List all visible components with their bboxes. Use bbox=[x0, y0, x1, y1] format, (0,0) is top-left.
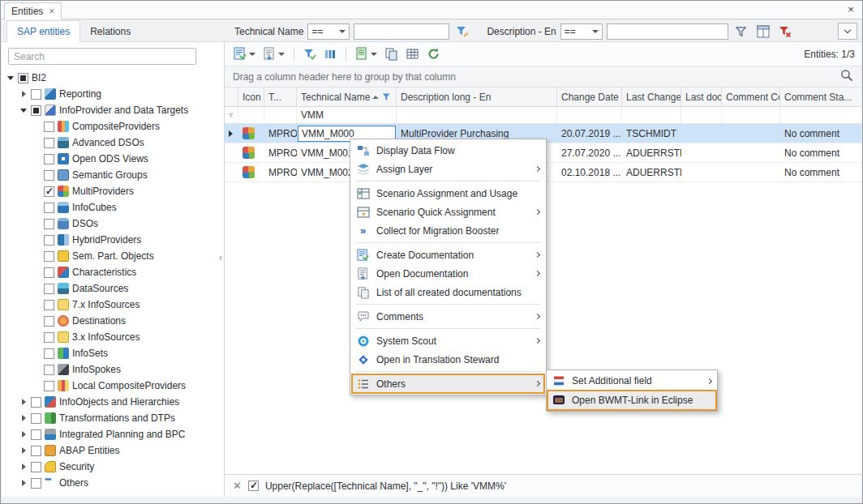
scenario-filter-button[interactable] bbox=[301, 45, 319, 63]
checkbox[interactable] bbox=[44, 122, 54, 132]
tree-item-others[interactable]: Others bbox=[2, 475, 224, 491]
checkbox[interactable] bbox=[44, 316, 54, 327]
tab-entities[interactable]: Entities × bbox=[4, 2, 62, 19]
checkbox[interactable] bbox=[31, 429, 41, 440]
checkbox[interactable] bbox=[18, 73, 28, 83]
column-chooser-button[interactable] bbox=[321, 45, 339, 63]
expand-icon[interactable] bbox=[19, 109, 28, 113]
checkbox[interactable] bbox=[31, 89, 41, 100]
filter-cell-description[interactable] bbox=[397, 107, 557, 123]
technical-name-operator-select[interactable]: == bbox=[307, 23, 350, 40]
checkbox[interactable] bbox=[31, 397, 41, 408]
column-filter-icon[interactable] bbox=[382, 92, 392, 102]
tree-item-semantic-groups[interactable]: Semantic Groups bbox=[2, 167, 224, 183]
tree-item-reporting[interactable]: Reporting bbox=[2, 86, 224, 102]
filter-cell-change-date[interactable] bbox=[557, 107, 622, 123]
checkbox[interactable] bbox=[44, 219, 54, 229]
tree-item-infoprovider[interactable]: InfoProvider and Data Targets bbox=[2, 102, 224, 118]
refresh-button[interactable] bbox=[424, 45, 443, 63]
tab-relations[interactable]: Relations bbox=[80, 20, 140, 42]
tree-item-planning[interactable]: Integrated Planning and BPC bbox=[2, 426, 224, 442]
tree-item-security[interactable]: Security bbox=[2, 459, 224, 475]
tree-item-characteristics[interactable]: Characteristics bbox=[2, 264, 224, 280]
tree-item-datasources[interactable]: DataSources bbox=[2, 280, 224, 297]
expand-icon[interactable] bbox=[19, 399, 28, 405]
menu-item-create-documentation[interactable]: Create Documentation bbox=[352, 246, 544, 264]
menu-item-scenario-quick-assignment[interactable]: Scenario Quick Assignment bbox=[352, 203, 544, 221]
tree-item-dsos[interactable]: DSOs bbox=[2, 216, 224, 232]
tree-item-infospokes[interactable]: InfoSpokes bbox=[2, 361, 224, 378]
column-header-icon[interactable]: Icon bbox=[238, 88, 264, 106]
copy-list-button[interactable] bbox=[382, 45, 401, 63]
tree-item-infocubes[interactable]: InfoCubes bbox=[2, 199, 224, 216]
close-filter-icon[interactable]: ✕ bbox=[233, 480, 242, 492]
tab-close-icon[interactable]: × bbox=[49, 6, 54, 17]
search-icon[interactable] bbox=[840, 69, 853, 84]
checkbox[interactable] bbox=[44, 138, 54, 148]
column-header-last-change[interactable]: Last Change... bbox=[622, 88, 681, 106]
technical-name-filter-input[interactable] bbox=[354, 23, 449, 40]
tree-item-multiproviders[interactable]: MultiProviders bbox=[2, 183, 224, 199]
checkbox[interactable] bbox=[31, 478, 41, 489]
expand-icon[interactable] bbox=[19, 447, 28, 454]
submenu-item-set-additional-field[interactable]: Set Additional field bbox=[547, 371, 716, 391]
filter-options-button[interactable] bbox=[838, 23, 857, 40]
column-header-technical-name[interactable]: Technical Name bbox=[297, 88, 397, 106]
checkbox[interactable] bbox=[44, 300, 54, 310]
tree-item-hybridproviders[interactable]: HybridProviders bbox=[2, 232, 224, 248]
tree-item-abap-entities[interactable]: ABAP Entities bbox=[2, 442, 224, 459]
tree-item-3x-infosources[interactable]: 3.x InfoSources bbox=[2, 329, 224, 345]
filter-edit-button[interactable] bbox=[453, 23, 471, 41]
apply-filter-button[interactable] bbox=[732, 23, 750, 41]
export-button[interactable] bbox=[353, 45, 380, 63]
tree-item-infoobjects[interactable]: InfoObjects and Hierarchies bbox=[2, 394, 224, 410]
menu-item-others[interactable]: Others bbox=[352, 374, 544, 393]
menu-item-system-scout[interactable]: System Scout bbox=[352, 331, 544, 350]
submenu-item-open-bwmt-link[interactable]: Open BWMT-Link in Eclipse bbox=[547, 391, 716, 410]
menu-item-open-documentation[interactable]: Open Documentation bbox=[352, 264, 544, 283]
column-header-comment-count[interactable]: Comment Co... bbox=[722, 88, 780, 106]
layout-chooser-button[interactable] bbox=[754, 23, 772, 41]
menu-item-scenario-assignment[interactable]: Scenario Assignment and Usage bbox=[352, 184, 544, 203]
filter-cell-last-doc[interactable] bbox=[681, 107, 722, 123]
filter-cell-type[interactable] bbox=[264, 107, 297, 123]
menu-item-assign-layer[interactable]: Assign Layer bbox=[352, 160, 544, 178]
checkbox[interactable] bbox=[44, 284, 54, 294]
column-header-change-date[interactable]: Change Date bbox=[557, 88, 622, 106]
column-header-last-doc[interactable]: Last doc. bbox=[681, 88, 722, 106]
filter-cell-technical-name[interactable]: VMM bbox=[297, 107, 397, 123]
filter-cell-comment-status[interactable] bbox=[780, 107, 861, 123]
checkbox[interactable] bbox=[44, 332, 54, 343]
expand-icon[interactable] bbox=[6, 76, 15, 80]
column-header-comment-status[interactable]: Comment Sta... bbox=[780, 88, 861, 106]
tree-item-7x-infosources[interactable]: 7.x InfoSources bbox=[2, 297, 224, 313]
tree-item-sem-part-objects[interactable]: Sem. Part. Objects bbox=[2, 248, 224, 264]
checkbox[interactable] bbox=[44, 170, 54, 181]
grid-view-button[interactable] bbox=[403, 45, 422, 63]
filter-cell-icon[interactable] bbox=[238, 107, 264, 123]
expand-icon[interactable] bbox=[19, 463, 28, 470]
description-operator-select[interactable]: == bbox=[560, 23, 603, 40]
checkbox[interactable] bbox=[44, 381, 54, 391]
expand-icon[interactable] bbox=[19, 415, 28, 421]
tree-item-bi2[interactable]: BI2 bbox=[2, 70, 224, 86]
tree-item-local-compositeproviders[interactable]: Local CompositeProviders bbox=[2, 378, 224, 394]
menu-item-display-data-flow[interactable]: Display Data Flow bbox=[352, 141, 544, 160]
expand-icon[interactable] bbox=[19, 431, 28, 438]
checkbox[interactable] bbox=[44, 186, 54, 197]
filter-cell-comment-count[interactable] bbox=[722, 107, 780, 123]
menu-item-comments[interactable]: Comments bbox=[352, 307, 544, 326]
expand-icon[interactable] bbox=[19, 91, 28, 97]
checkbox[interactable] bbox=[44, 235, 54, 246]
menu-item-collect-migration-booster[interactable]: » Collect for Migration Booster bbox=[352, 221, 544, 240]
tree-item-advanced-dsos[interactable]: Advanced DSOs bbox=[2, 135, 224, 151]
create-documentation-button[interactable] bbox=[231, 45, 258, 63]
tree-item-transformations[interactable]: Transformations and DTPs bbox=[2, 410, 224, 426]
checkbox[interactable] bbox=[31, 446, 41, 456]
filter-cell-last-change[interactable] bbox=[622, 107, 681, 123]
checkbox[interactable] bbox=[31, 413, 41, 424]
column-header-type[interactable]: T... bbox=[264, 88, 297, 106]
group-by-bar[interactable]: Drag a column header here to group by th… bbox=[225, 66, 861, 88]
description-filter-input[interactable] bbox=[607, 23, 728, 40]
tree-item-open-ods-views[interactable]: Open ODS Views bbox=[2, 151, 224, 167]
